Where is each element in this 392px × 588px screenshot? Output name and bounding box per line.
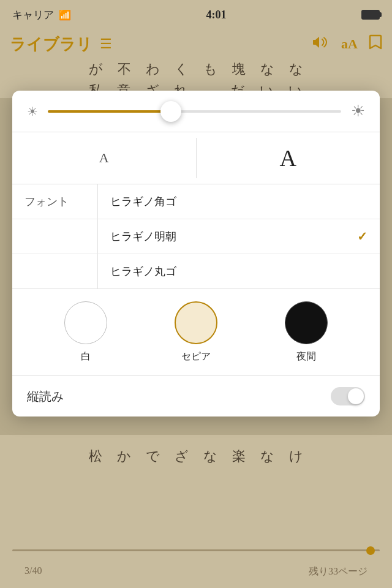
- bottom-text-row: 松 か で ざ な 楽 な け: [0, 435, 392, 478]
- font-option-kakugo[interactable]: ヒラギノ角ゴ: [98, 184, 380, 219]
- sun-large-icon: ☀: [351, 102, 365, 121]
- speaker-icon[interactable]: [313, 35, 330, 53]
- font-section: フォント ヒラギノ角ゴ ヒラギノ明朝 ✓ ヒラギノ丸ゴ: [12, 184, 380, 289]
- nav-bar: ライブラリ ☰ aA: [0, 27, 392, 61]
- progress-bar-container: [0, 549, 392, 551]
- brightness-thumb[interactable]: [160, 101, 181, 122]
- theme-night[interactable]: 夜間: [285, 301, 328, 363]
- nav-title: ライブラリ: [10, 34, 92, 55]
- progress-track[interactable]: [12, 549, 380, 551]
- bookmark-icon[interactable]: [369, 34, 382, 54]
- page-remaining: 残り33ページ: [309, 565, 368, 578]
- status-time: 4:01: [206, 9, 227, 21]
- settings-panel: ☀ ☀ A A フォント ヒラギノ角ゴ: [12, 91, 380, 417]
- battery-icon: [361, 10, 380, 20]
- carrier-label: キャリア: [12, 8, 54, 22]
- sun-small-icon: ☀: [27, 104, 38, 119]
- page-current: 3/40: [24, 565, 42, 578]
- brightness-fill: [48, 110, 171, 113]
- font-large-label: A: [280, 145, 296, 172]
- theme-sepia-label: セピア: [181, 350, 211, 363]
- theme-white-circle: [64, 301, 107, 344]
- status-left: キャリア 📶: [12, 8, 71, 22]
- nav-right: aA: [313, 34, 382, 54]
- font-size-row: A A: [12, 132, 380, 184]
- font-section-label: フォント: [12, 184, 98, 219]
- vertical-reading-label: 縦読み: [27, 388, 64, 405]
- font-option-marugot[interactable]: ヒラギノ丸ゴ: [98, 254, 380, 288]
- font-size-decrease[interactable]: A: [12, 138, 197, 178]
- theme-sepia[interactable]: セピア: [175, 301, 217, 363]
- font-size-increase[interactable]: A: [197, 132, 380, 184]
- brightness-track[interactable]: [48, 110, 341, 113]
- toggle-thumb: [348, 388, 364, 404]
- font-row-3[interactable]: ヒラギノ丸ゴ: [12, 254, 380, 288]
- theme-night-label: 夜間: [296, 350, 316, 363]
- vertical-reading-row: 縦読み: [12, 376, 380, 417]
- theme-white[interactable]: 白: [64, 301, 107, 363]
- vertical-reading-toggle[interactable]: [331, 387, 365, 405]
- status-right: [361, 10, 380, 20]
- theme-row: 白 セピア 夜間: [12, 289, 380, 376]
- nav-left: ライブラリ ☰: [10, 34, 112, 55]
- theme-white-label: 白: [81, 350, 91, 363]
- book-text-row-1: が 不 わ く も 塊 な な: [89, 61, 303, 80]
- font-small-label: A: [99, 150, 109, 166]
- font-size-icon[interactable]: aA: [341, 36, 358, 52]
- font-row-1[interactable]: フォント ヒラギノ角ゴ: [12, 184, 380, 219]
- menu-icon[interactable]: ☰: [100, 36, 112, 52]
- theme-night-circle: [285, 301, 328, 344]
- brightness-row: ☀ ☀: [12, 91, 380, 132]
- font-option-mincho[interactable]: ヒラギノ明朝 ✓: [98, 219, 380, 254]
- brightness-slider-container: [48, 110, 341, 113]
- page-info: 3/40 残り33ページ: [0, 565, 392, 578]
- progress-thumb[interactable]: [366, 546, 375, 555]
- font-section-spacer: [12, 219, 98, 254]
- font-section-spacer2: [12, 254, 98, 288]
- font-row-2[interactable]: ヒラギノ明朝 ✓: [12, 219, 380, 254]
- status-bar: キャリア 📶 4:01: [0, 0, 392, 27]
- theme-sepia-circle: [175, 301, 217, 344]
- wifi-icon: 📶: [59, 9, 71, 21]
- selected-checkmark: ✓: [357, 229, 368, 244]
